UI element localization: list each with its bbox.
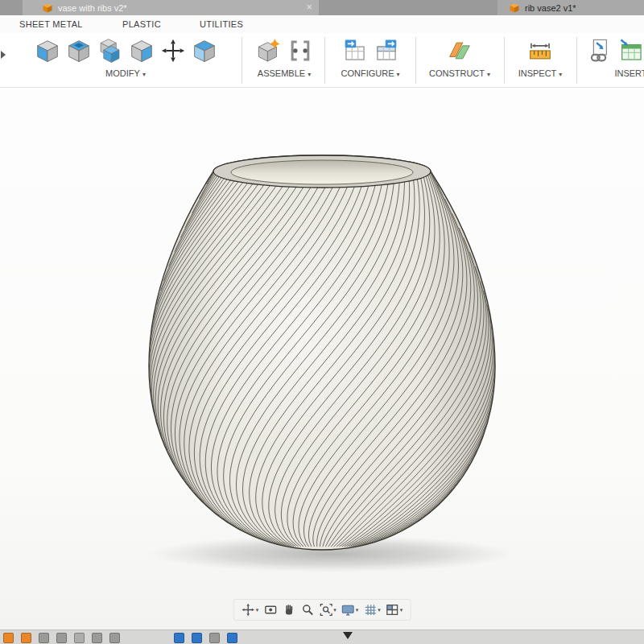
viewport-canvas[interactable] — [0, 88, 644, 630]
assemble-menu-button[interactable]: ASSEMBLE▾ — [245, 68, 324, 78]
toolbar-group-assemble: ASSEMBLE▾ — [245, 33, 324, 87]
document-title: rib vase2 v1* — [525, 3, 576, 13]
toolbar-group-construct: CONSTRUCT▾ — [417, 33, 502, 87]
insert-derive-icon[interactable] — [588, 38, 613, 64]
modify-menu-button[interactable]: MODIFY▾ — [10, 68, 242, 78]
dropdown-caret-icon: ▾ — [378, 607, 381, 613]
dropdown-caret-icon: ▾ — [142, 71, 146, 78]
toolbar-separator — [415, 37, 416, 84]
ribbon-tab-bar: SHEET METAL PLASTIC UTILITIES — [0, 15, 644, 33]
timeline-feature-icon[interactable] — [21, 633, 31, 643]
insert-table-icon[interactable] — [619, 38, 644, 64]
orbit-icon — [242, 603, 255, 617]
toolbar-separator — [242, 37, 242, 84]
toolbar-group-inspect: INSPECT▾ — [506, 33, 575, 87]
align-icon[interactable] — [192, 38, 217, 64]
fit-icon — [319, 603, 332, 617]
ribbed-vase-model[interactable] — [137, 147, 507, 574]
new-component-icon[interactable] — [256, 38, 282, 64]
document-title: vase with ribs v2* — [58, 3, 127, 13]
dropdown-caret-icon: ▾ — [308, 71, 311, 78]
dropdown-caret-icon: ▾ — [396, 71, 399, 78]
look-at-button[interactable] — [263, 603, 277, 617]
fusion-document-icon — [509, 2, 520, 14]
tab-utilities[interactable]: UTILITIES — [200, 19, 243, 29]
pan-button[interactable] — [282, 603, 295, 617]
timeline-feature-icon[interactable] — [192, 633, 202, 643]
orbit-button[interactable]: ▾ — [242, 603, 259, 617]
toolbar-group-configure: CONFIGURE▾ — [327, 33, 414, 87]
configuration-icon[interactable] — [342, 38, 368, 64]
combine-icon[interactable] — [97, 38, 123, 64]
pan-hand-icon — [282, 603, 295, 617]
measure-icon[interactable] — [527, 38, 553, 64]
timeline-feature-icon[interactable] — [109, 633, 120, 643]
dropdown-caret-icon: ▾ — [400, 607, 403, 613]
timeline-bar[interactable] — [0, 630, 644, 644]
document-tab-bar: vase with ribs v2* × rib vase2 v1* — [0, 0, 644, 15]
timeline-feature-icon[interactable] — [3, 633, 14, 643]
tab-plastic[interactable]: PLASTIC — [122, 19, 161, 29]
shell-icon[interactable] — [66, 38, 92, 64]
fusion-document-icon — [42, 2, 53, 14]
zoom-button[interactable] — [300, 603, 314, 617]
toolbar-separator — [504, 37, 505, 84]
toolbar-separator — [324, 37, 325, 84]
view-navigation-bar: ▾ ▾ — [233, 599, 411, 621]
insert-menu-button[interactable]: INSERT▾ — [581, 68, 644, 78]
timeline-playhead[interactable] — [343, 632, 353, 639]
zoom-icon — [300, 603, 314, 617]
timeline-feature-icon[interactable] — [92, 633, 102, 643]
timeline-feature-icon[interactable] — [227, 633, 237, 643]
fit-button[interactable]: ▾ — [319, 603, 336, 617]
viewports-button[interactable]: ▾ — [386, 603, 403, 617]
timeline-feature-icon[interactable] — [74, 633, 85, 643]
tab-sheet-metal[interactable]: SHEET METAL — [19, 19, 83, 29]
timeline-feature-icon[interactable] — [56, 633, 67, 643]
toolbar-group-modify: MODIFY▾ — [10, 33, 242, 87]
fusion-window: vase with ribs v2* × rib vase2 v1* SHEET… — [0, 0, 644, 644]
display-settings-button[interactable]: ▾ — [341, 603, 359, 617]
configure-menu-button[interactable]: CONFIGURE▾ — [327, 68, 414, 78]
panel-flyout-arrow-icon[interactable] — [1, 51, 6, 59]
construction-plane-icon[interactable] — [447, 38, 473, 64]
fillet-icon[interactable] — [35, 38, 60, 64]
dropdown-caret-icon: ▾ — [333, 607, 336, 613]
construct-menu-button[interactable]: CONSTRUCT▾ — [417, 68, 502, 78]
inspect-menu-button[interactable]: INSPECT▾ — [506, 68, 575, 78]
configuration-table-icon[interactable] — [374, 38, 399, 64]
viewports-icon — [386, 603, 399, 617]
toolbar: MODIFY▾ ASSEMBLE▾ — [0, 33, 644, 88]
document-tab-active[interactable]: vase with ribs v2* × — [23, 0, 319, 15]
joint-icon[interactable] — [287, 38, 313, 64]
dropdown-caret-icon: ▾ — [356, 607, 359, 613]
dropdown-caret-icon: ▾ — [559, 71, 562, 78]
grid-snaps-button[interactable]: ▾ — [363, 603, 381, 617]
close-tab-icon[interactable]: × — [306, 1, 312, 13]
display-settings-icon — [341, 603, 355, 617]
move-copy-icon[interactable] — [160, 38, 186, 64]
dropdown-caret-icon: ▾ — [487, 71, 490, 78]
dropdown-caret-icon: ▾ — [256, 607, 259, 613]
timeline-feature-icon[interactable] — [39, 633, 49, 643]
vase-opening — [231, 160, 413, 184]
toolbar-separator — [576, 37, 577, 84]
document-tab-other[interactable]: rib vase2 v1* — [497, 0, 644, 15]
offset-face-icon[interactable] — [129, 38, 155, 64]
look-at-icon — [263, 603, 277, 617]
timeline-feature-icon[interactable] — [174, 633, 184, 643]
toolbar-group-insert: INSERT▾ — [581, 33, 644, 87]
grid-icon — [363, 603, 377, 617]
timeline-feature-icon[interactable] — [209, 633, 220, 643]
